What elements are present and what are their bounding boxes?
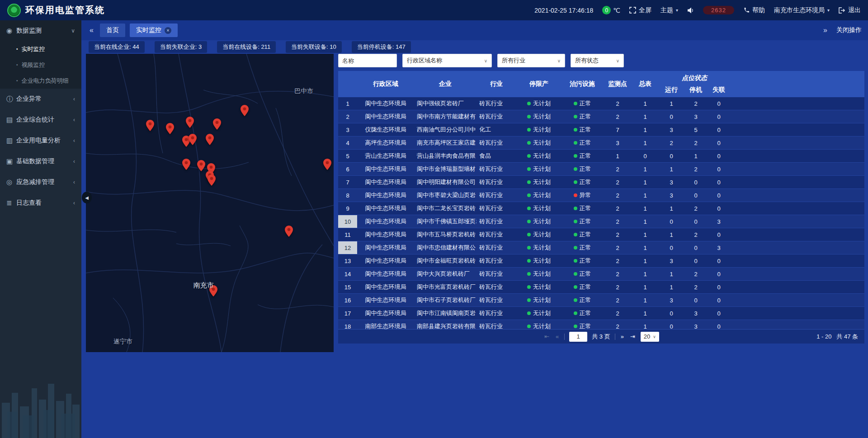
cell-index: 13 (338, 254, 357, 267)
help-label: 帮助 (752, 6, 765, 14)
cell-stopped: 1 (684, 150, 707, 162)
page-number-input[interactable] (569, 332, 587, 342)
status-dot-green (574, 325, 577, 328)
cell-index: 10 (338, 215, 357, 228)
scroll-tabs-right-icon[interactable]: » (821, 26, 829, 34)
fullscreen-button[interactable]: 全屏 (629, 6, 651, 14)
table-row[interactable]: 16阆中生态环境局阆中市石子页岩机砖厂砖瓦行业无计划正常21300 (338, 294, 864, 307)
close-icon[interactable]: × (165, 27, 171, 34)
cell-industry: 砖瓦行业 (476, 307, 516, 320)
page-size-select[interactable]: 20 ∨ (641, 332, 659, 342)
cell-lost: 0 (707, 97, 731, 110)
table-row[interactable]: 11阆中生态环境局阆中市五马桥页岩机砖砖瓦行业无计划正常21120 (338, 228, 864, 241)
help-button[interactable]: 帮助 (743, 6, 765, 14)
cell-index: 4 (338, 137, 357, 149)
table-row[interactable]: 12阆中生态环境局阆中市忠信建材有限公砖瓦行业无计划正常21003 (338, 241, 864, 254)
map-pin[interactable] (166, 123, 174, 136)
tab-1[interactable]: 实时监控× (130, 24, 178, 37)
industry-filter-select[interactable]: 所有行业 ∨ (497, 54, 565, 67)
org-dropdown[interactable]: 南充市生态环境局 ▾ (774, 6, 830, 14)
sidebar-item-5[interactable]: ◎应急减排管理‹ (0, 172, 81, 193)
map-collapse-handle[interactable]: ◀ (82, 192, 92, 203)
cell-industry: 砖瓦行业 (476, 189, 516, 202)
status-dot-green (574, 180, 577, 184)
pagination-range-label: 1 - 20 共 47 条 (816, 333, 858, 341)
last-page-icon[interactable]: ⇥ (629, 333, 636, 340)
table-header: 行政区域企业行业停限产治污设施监测点总表点位状态运行停机失联 (338, 71, 864, 97)
table-row[interactable]: 3仪陇生态环境局西南油气田分公司川中化工无计划正常71350 (338, 123, 864, 137)
sidebar-item-6[interactable]: ≣日志查看‹ (0, 193, 81, 213)
theme-dropdown[interactable]: 主题 ▾ (660, 6, 678, 14)
subcol-0: 运行 (658, 83, 684, 97)
scroll-tabs-left-icon[interactable]: « (88, 26, 95, 34)
cell-running: 1 (658, 281, 684, 293)
status-dot-green (574, 154, 577, 158)
cell-filler (731, 110, 864, 123)
cell-pollution-facility: 正常 (561, 97, 603, 110)
table-row[interactable]: 15阆中生态环境局阆中市光富页岩机砖厂砖瓦行业无计划正常21120 (338, 281, 864, 294)
table-row[interactable]: 6阆中生态环境局阆中市金博瑞新型墙材砖瓦行业无计划正常21120 (338, 163, 864, 176)
cell-filler (731, 123, 864, 136)
table-row[interactable]: 17阆中生态环境局阆中市江南镇阆南页岩砖瓦行业无计划正常21030 (338, 307, 864, 320)
table-row[interactable]: 13阆中生态环境局阆中市金福旺页岩机砖砖瓦行业无计划正常21300 (338, 254, 864, 268)
tab-0[interactable]: 首页 (100, 24, 125, 37)
map-pin[interactable] (197, 160, 205, 173)
map-pin[interactable] (285, 226, 293, 239)
next-page-icon[interactable]: » (620, 333, 625, 340)
table-row[interactable]: 4高坪生态环境局南充市高坪区王家店建砖瓦行业无计划正常31220 (338, 137, 864, 150)
first-page-icon[interactable]: ⇤ (543, 333, 550, 340)
cell-monitor-points: 2 (603, 228, 632, 241)
sidebar-subitem-2[interactable]: •企业电力负荷明细 (0, 73, 81, 89)
region-filter-select[interactable]: 行政区域名称 ∨ (402, 54, 492, 67)
logout-button[interactable]: 退出 (839, 6, 861, 14)
table-row[interactable]: 9阆中生态环境局阆中市二龙长宝页岩砖砖瓦行业无计划正常21120 (338, 202, 864, 215)
cell-monitor-points: 3 (603, 137, 632, 149)
cell-stopped: 0 (684, 176, 707, 188)
name-filter-input[interactable] (338, 54, 397, 67)
cell-industry: 砖瓦行业 (476, 110, 516, 123)
table-row[interactable]: 5营山生态环境局营山县润丰肉食品有限食品无计划正常10010 (338, 150, 864, 163)
map-pin[interactable] (146, 120, 154, 133)
status-filter-select[interactable]: 所有状态 ∨ (571, 54, 624, 67)
chevron-down-icon: ▾ (676, 8, 678, 13)
map-pin[interactable] (182, 159, 190, 172)
cell-region: 阆中生态环境局 (357, 163, 414, 175)
table-row[interactable]: 2阆中生态环境局阆中市南方节能建材有砖瓦行业无计划正常21030 (338, 110, 864, 123)
table-row[interactable]: 1阆中生态环境局阆中强锐页岩砖厂砖瓦行业无计划正常21120 (338, 97, 864, 110)
map-pin[interactable] (241, 105, 249, 118)
alert-count-badge[interactable]: 2632 (703, 6, 734, 14)
sidebar-item-1[interactable]: ⓘ企业异常‹ (0, 89, 81, 109)
table-row[interactable]: 8阆中生态环境局阆中市枣碧大梁山页岩砖瓦行业无计划异常21300 (338, 189, 864, 202)
cell-production-limit: 无计划 (516, 163, 561, 175)
table-row[interactable]: 18南部生态环境局南部县建兴页岩砖有限砖瓦行业无计划正常21030 (338, 320, 864, 329)
table-row[interactable]: 7阆中生态环境局阆中明阳建材有限公司砖瓦行业无计划正常21300 (338, 176, 864, 189)
map-pin[interactable] (206, 134, 214, 147)
cell-production-limit: 无计划 (516, 241, 561, 254)
sidebar-item-3[interactable]: ▥企业用电量分析‹ (0, 130, 81, 151)
cell-production-limit: 无计划 (516, 176, 561, 188)
map-pin[interactable] (189, 134, 197, 147)
map-pin[interactable] (213, 118, 221, 132)
map-pin[interactable] (208, 174, 216, 188)
status-dot-green (527, 115, 531, 118)
cell-industry: 砖瓦行业 (476, 176, 516, 188)
cell-region: 阆中生态环境局 (357, 189, 414, 202)
table-row[interactable]: 10阆中生态环境局阆中市千佛镇五郎垭页岩砖瓦行业无计划正常21003 (338, 215, 864, 228)
previous-page-icon[interactable]: « (555, 333, 560, 340)
cell-filler (731, 202, 864, 215)
map[interactable]: 巴中市南充市遂宁市 (86, 54, 334, 352)
sidebar-item-0[interactable]: ◉数据监测∨ (0, 20, 81, 41)
sidebar-subitem-1[interactable]: •视频监控 (0, 57, 81, 73)
sidebar-item-4[interactable]: ▣基础数据管理‹ (0, 151, 81, 172)
sidebar-item-2[interactable]: ▤企业综合统计‹ (0, 109, 81, 130)
map-pin[interactable] (186, 117, 194, 130)
close-operations-button[interactable]: 关闭操作 (836, 26, 862, 34)
cell-pollution-facility: 正常 (561, 307, 603, 320)
map-pin[interactable] (323, 159, 331, 172)
status-dot-green (527, 246, 531, 250)
table-row[interactable]: 14阆中生态环境局阆中大兴页岩机砖厂砖瓦行业无计划正常21120 (338, 268, 864, 281)
cell-index: 2 (338, 110, 357, 123)
tab-label: 首页 (106, 26, 119, 34)
sidebar-subitem-0[interactable]: •实时监控 (0, 41, 81, 57)
announcement-button[interactable] (687, 7, 694, 14)
